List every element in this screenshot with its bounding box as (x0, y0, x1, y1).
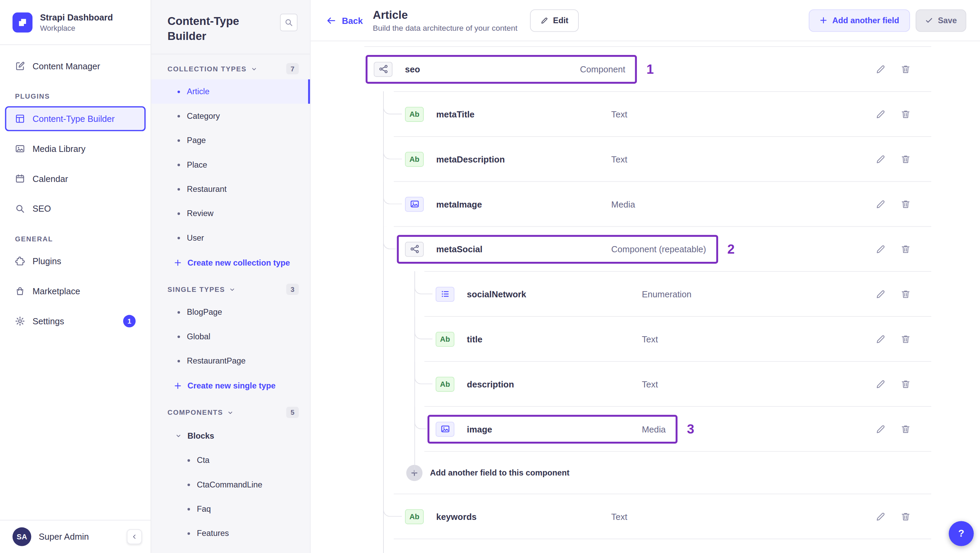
sidebar-item-label: Calendar (32, 174, 68, 184)
add-another-field-button[interactable]: Add another field (808, 9, 910, 32)
settings-badge: 1 (123, 315, 136, 327)
component-field-icon (374, 62, 393, 76)
create-collection-type-button[interactable]: Create new collection type (151, 250, 310, 275)
collection-type-page[interactable]: Page (151, 128, 310, 152)
sidebar-item-settings[interactable]: Settings 1 (5, 308, 146, 334)
subnav-title: Content-Type Builder (168, 14, 262, 44)
component-list: CtaCtaCommandLineFaqFeatures (151, 448, 310, 545)
field-name: image (467, 424, 642, 434)
bullet-icon (178, 139, 180, 141)
section-label: COLLECTION TYPES (168, 65, 247, 72)
tree-branch (383, 182, 402, 204)
sidebar-item-plugins[interactable]: Plugins (5, 248, 146, 273)
delete-field-button[interactable] (901, 199, 911, 209)
collection-type-article[interactable]: Article (151, 79, 310, 103)
collection-count-badge: 7 (286, 63, 299, 75)
delete-field-button[interactable] (901, 512, 911, 521)
plugins-section-label: PLUGINS (5, 84, 146, 106)
edit-field-button[interactable] (875, 424, 885, 434)
sidebar-item-media-library[interactable]: Media Library (5, 136, 146, 161)
annotation-highlight-box: metaSocialComponent (repeatable) (397, 235, 718, 263)
save-label: Save (938, 16, 957, 25)
collection-type-restaurant[interactable]: Restaurant (151, 177, 310, 201)
bullet-icon (188, 508, 190, 510)
app-title: Strapi Dashboard (40, 12, 113, 22)
field-name: description (467, 379, 642, 389)
delete-field-button[interactable] (901, 244, 911, 254)
row-actions (875, 512, 911, 521)
edit-field-button[interactable] (875, 64, 885, 74)
single-type-list: BlogPageGlobalRestaurantPage (151, 300, 310, 373)
app: Strapi Dashboard Workplace Content Manag… (0, 0, 980, 553)
component-features[interactable]: Features (151, 521, 310, 545)
delete-field-button[interactable] (901, 379, 911, 389)
component-cta[interactable]: Cta (151, 448, 310, 472)
enumeration-field-icon (436, 286, 455, 302)
add-field-to-component-row[interactable]: Add another field to this component (364, 451, 931, 494)
component-faq[interactable]: Faq (151, 497, 310, 521)
list-item-label: Page (187, 135, 206, 145)
text-field-icon: Ab (436, 332, 455, 346)
collection-type-review[interactable]: Review (151, 201, 310, 225)
collapse-sidebar-button[interactable] (127, 529, 142, 544)
component-category-blocks[interactable]: Blocks (151, 423, 310, 448)
edit-field-button[interactable] (875, 334, 885, 344)
sidebar-item-calendar[interactable]: Calendar (5, 166, 146, 191)
bullet-icon (178, 359, 180, 362)
chevron-down-icon (228, 410, 233, 415)
picture-icon (15, 144, 25, 154)
edit-field-button[interactable] (875, 154, 885, 164)
single-type-global[interactable]: Global (151, 324, 310, 348)
bullet-icon (178, 335, 180, 338)
delete-field-button[interactable] (901, 334, 911, 344)
save-button[interactable]: Save (915, 9, 966, 32)
sidebar-item-content-manager[interactable]: Content Manager (5, 54, 146, 78)
single-type-blogpage[interactable]: BlogPage (151, 300, 310, 324)
single-type-restaurantpage[interactable]: RestaurantPage (151, 348, 310, 373)
subnav-search-button[interactable] (280, 14, 298, 31)
component-ctacommandline[interactable]: CtaCommandLine (151, 472, 310, 497)
list-item-label: Global (187, 332, 210, 341)
sidebar-item-seo[interactable]: SEO (5, 196, 146, 221)
tree-branch (383, 137, 402, 159)
field-row-image: imageMedia3 (364, 407, 931, 451)
edit-field-button[interactable] (875, 379, 885, 389)
row-actions (875, 379, 911, 389)
help-button[interactable]: ? (948, 521, 974, 546)
delete-field-button[interactable] (901, 289, 911, 299)
media-field-icon (436, 421, 455, 437)
sidebar-item-label: Content-Type Builder (32, 114, 115, 124)
sidebar-item-content-type-builder[interactable]: Content-Type Builder (5, 106, 146, 131)
edit-field-button[interactable] (875, 244, 885, 254)
edit-field-button[interactable] (875, 512, 885, 521)
field-name: socialNetwork (467, 289, 642, 299)
create-collection-type-label: Create new collection type (188, 258, 290, 267)
collection-types-header[interactable]: COLLECTION TYPES 7 (151, 54, 310, 79)
workspace-name: Workplace (40, 24, 113, 32)
back-button[interactable]: Back (326, 15, 363, 25)
delete-field-button[interactable] (901, 64, 911, 74)
delete-field-button[interactable] (901, 109, 911, 119)
collection-type-category[interactable]: Category (151, 104, 310, 128)
fields-list: seoComponent1AbmetaTitleTextAbmetaDescri… (364, 41, 931, 553)
delete-field-button[interactable] (901, 424, 911, 434)
create-single-type-button[interactable]: Create new single type (151, 373, 310, 398)
sidebar-item-marketplace[interactable]: Marketplace (5, 278, 146, 304)
edit-label: Edit (553, 16, 568, 25)
edit-field-button[interactable] (875, 109, 885, 119)
single-types-header[interactable]: SINGLE TYPES 3 (151, 275, 310, 300)
field-row-metaTitle: AbmetaTitleText (364, 92, 931, 136)
subnav-header: Content-Type Builder (151, 0, 310, 54)
edit-button[interactable]: Edit (530, 9, 579, 32)
component-category-label: Blocks (188, 431, 214, 440)
delete-field-button[interactable] (901, 154, 911, 164)
edit-field-button[interactable] (875, 289, 885, 299)
check-icon (925, 16, 933, 25)
layout-grid-icon (15, 114, 25, 124)
collection-type-user[interactable]: User (151, 226, 310, 250)
collection-type-place[interactable]: Place (151, 153, 310, 177)
edit-field-button[interactable] (875, 199, 885, 209)
components-header[interactable]: COMPONENTS 5 (151, 398, 310, 423)
media-field-icon (405, 197, 424, 211)
list-item-label: Cta (197, 455, 210, 465)
